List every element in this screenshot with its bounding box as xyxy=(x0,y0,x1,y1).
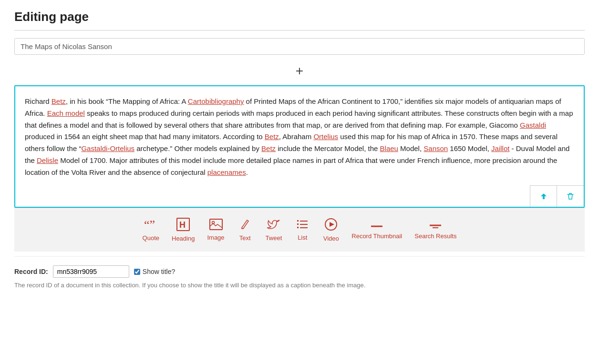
text-pencil-icon xyxy=(239,218,251,233)
heading-icon: H xyxy=(176,218,190,233)
list-icon xyxy=(296,219,309,232)
toolbar-item-record-thumbnail[interactable]: Record Thumbnail xyxy=(348,218,406,242)
record-thumbnail-icon xyxy=(370,220,383,231)
link-blaeu[interactable]: Blaeu xyxy=(380,144,398,152)
toolbar-label-video: Video xyxy=(323,235,339,242)
record-id-input[interactable] xyxy=(53,265,129,278)
link-jaillot[interactable]: Jaillot xyxy=(491,144,509,152)
text-block: Richard Betz, in his book “The Mapping o… xyxy=(14,85,585,208)
toolbar-item-quote[interactable]: “” Quote xyxy=(139,216,163,243)
link-ortelius[interactable]: Ortelius xyxy=(313,132,338,141)
svg-rect-8 xyxy=(297,220,299,222)
link-cartobibliography[interactable]: Cartobibliography xyxy=(188,97,244,105)
toolbar-label-heading: Heading xyxy=(172,235,195,242)
toolbar-label-text: Text xyxy=(239,234,251,242)
svg-rect-10 xyxy=(297,227,299,228)
record-description: The record ID of a document in this coll… xyxy=(14,282,585,289)
toolbar-label-tweet: Tweet xyxy=(266,234,282,242)
record-section: Record ID: Show title? The record ID of … xyxy=(14,256,585,294)
video-icon xyxy=(324,218,338,233)
add-block-button[interactable]: + xyxy=(14,63,585,79)
svg-text:“”: “” xyxy=(144,218,155,231)
move-up-icon xyxy=(539,192,548,201)
page-title-input[interactable] xyxy=(14,38,585,55)
toolbar-label-record-thumbnail: Record Thumbnail xyxy=(351,233,402,240)
link-gastaldi[interactable]: Gastaldi xyxy=(520,121,546,129)
link-betz1[interactable]: Betz xyxy=(52,97,66,105)
toolbar-item-heading[interactable]: H Heading xyxy=(168,216,198,244)
toolbar-item-tweet[interactable]: Tweet xyxy=(262,216,286,243)
quote-icon: “” xyxy=(144,218,157,233)
link-each-model[interactable]: Each model xyxy=(47,109,85,117)
show-title-label[interactable]: Show title? xyxy=(134,268,175,275)
toolbar-item-search-results[interactable]: Search Results xyxy=(411,218,460,242)
link-delisle[interactable]: Delisle xyxy=(37,156,58,164)
delete-block-button[interactable] xyxy=(557,186,584,207)
image-icon xyxy=(209,219,223,232)
svg-rect-9 xyxy=(297,223,299,225)
move-up-button[interactable] xyxy=(530,186,557,207)
toolbar: “” Quote H Heading Image xyxy=(14,208,585,252)
show-title-checkbox[interactable] xyxy=(134,269,140,275)
block-actions xyxy=(530,185,584,207)
toolbar-label-search-results: Search Results xyxy=(414,233,456,240)
search-results-icon xyxy=(429,220,442,231)
svg-marker-12 xyxy=(330,222,334,227)
delete-icon xyxy=(566,192,575,201)
link-gastaldi-ortelius[interactable]: Gastaldi-Ortelius xyxy=(81,144,134,152)
tweet-icon xyxy=(267,218,280,233)
toolbar-item-text[interactable]: Text xyxy=(233,216,257,243)
svg-text:H: H xyxy=(179,220,186,230)
text-block-content: Richard Betz, in his book “The Mapping o… xyxy=(25,96,574,178)
page-title: Editing page xyxy=(14,10,585,30)
record-id-label: Record ID: xyxy=(14,268,48,275)
link-placenames[interactable]: placenames xyxy=(207,168,246,176)
toolbar-label-image: Image xyxy=(207,234,224,241)
toolbar-item-list[interactable]: List xyxy=(290,217,314,243)
toolbar-item-image[interactable]: Image xyxy=(203,217,228,243)
link-sanson[interactable]: Sanson xyxy=(423,144,448,152)
toolbar-item-video[interactable]: Video xyxy=(319,216,343,244)
toolbar-label-list: List xyxy=(298,234,307,241)
link-betz3[interactable]: Betz xyxy=(261,144,276,152)
toolbar-label-quote: Quote xyxy=(143,234,159,242)
link-betz2[interactable]: Betz xyxy=(265,132,279,141)
record-id-row: Record ID: Show title? xyxy=(14,265,585,278)
